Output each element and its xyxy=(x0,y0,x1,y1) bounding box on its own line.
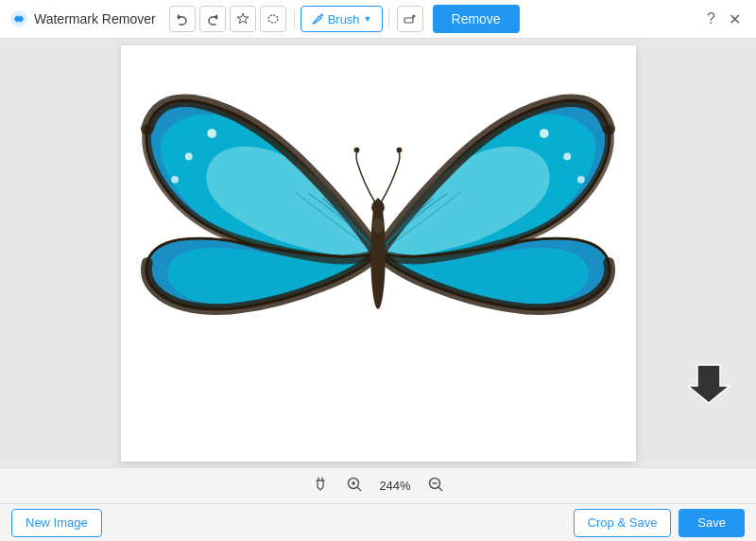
toolbar-separator-1 xyxy=(294,9,295,29)
help-button[interactable]: ? xyxy=(701,8,721,30)
svg-point-15 xyxy=(397,147,403,152)
star-button[interactable] xyxy=(230,6,256,32)
svg-rect-3 xyxy=(404,18,413,23)
svg-point-12 xyxy=(372,218,384,233)
svg-point-10 xyxy=(577,175,585,183)
undo-button[interactable] xyxy=(169,6,196,32)
title-bar: Watermark Remover Brush ▼ Remove ? ✕ xyxy=(0,0,756,39)
zoom-bar: 244% xyxy=(0,467,756,503)
lasso-button[interactable] xyxy=(260,6,286,32)
zoom-level: 244% xyxy=(376,479,414,493)
image-canvas xyxy=(121,45,636,462)
svg-point-8 xyxy=(540,129,549,138)
svg-point-6 xyxy=(185,152,193,160)
svg-point-2 xyxy=(320,14,323,17)
svg-point-9 xyxy=(563,152,571,160)
new-image-button[interactable]: New Image xyxy=(11,509,102,537)
crop-save-button[interactable]: Crop & Save xyxy=(574,509,672,537)
main-area xyxy=(0,39,756,467)
svg-point-5 xyxy=(207,129,216,138)
toolbar-separator-2 xyxy=(388,9,389,29)
redo-button[interactable] xyxy=(199,6,226,32)
zoom-out-button[interactable] xyxy=(423,474,448,498)
download-arrow xyxy=(688,361,730,403)
app-logo xyxy=(9,9,28,28)
save-button[interactable]: Save xyxy=(679,509,745,537)
eraser-button[interactable] xyxy=(397,6,423,32)
svg-line-23 xyxy=(438,487,442,491)
remove-button[interactable]: Remove xyxy=(433,5,520,33)
brush-label: Brush xyxy=(328,12,360,26)
close-button[interactable]: ✕ xyxy=(723,8,747,31)
footer-bar: New Image Crop & Save Save xyxy=(0,503,756,541)
svg-point-1 xyxy=(268,15,278,23)
pan-button[interactable] xyxy=(308,474,333,498)
butterfly-image xyxy=(137,55,619,452)
app-title: Watermark Remover xyxy=(34,11,156,26)
svg-marker-16 xyxy=(688,365,730,403)
brush-dropdown-icon: ▼ xyxy=(364,14,372,24)
svg-point-13 xyxy=(371,200,385,215)
zoom-in-button[interactable] xyxy=(342,474,367,498)
brush-button[interactable]: Brush ▼ xyxy=(301,6,383,32)
svg-point-14 xyxy=(354,147,360,152)
svg-point-7 xyxy=(171,175,179,183)
svg-line-20 xyxy=(357,487,361,491)
